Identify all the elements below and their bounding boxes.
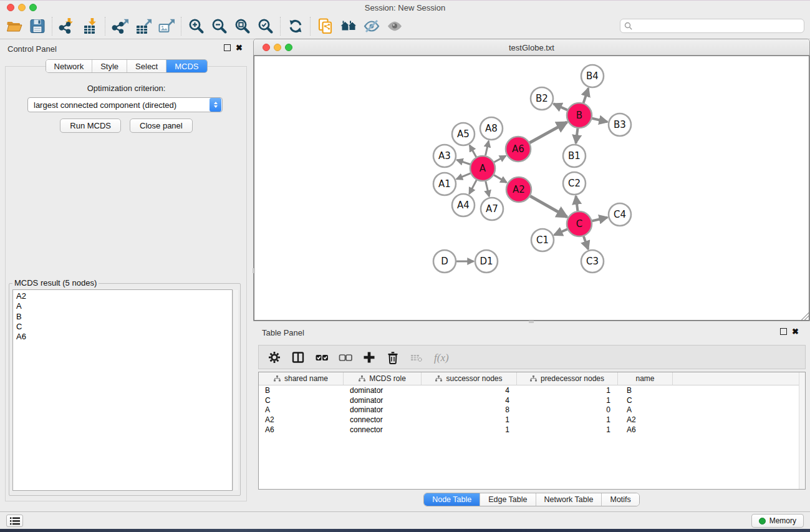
column-header-successor-nodes[interactable]: successor nodes [422, 372, 517, 385]
tab-select[interactable]: Select [127, 60, 166, 72]
edge-C-C2[interactable] [576, 196, 578, 211]
table-cell[interactable]: connector [344, 425, 422, 435]
table-cell[interactable]: 0 [517, 405, 618, 415]
result-list-item[interactable]: C [16, 322, 232, 332]
table-cell[interactable]: A2 [618, 415, 673, 425]
search-box[interactable] [620, 19, 804, 33]
add-row-button[interactable] [362, 350, 376, 365]
zoom-selected-button[interactable] [254, 16, 277, 37]
table-cell[interactable]: B [618, 385, 673, 395]
table-row[interactable]: A2connector11A2 [259, 415, 805, 425]
edge-B-B1[interactable] [576, 128, 578, 143]
open-session-button[interactable] [2, 16, 26, 37]
mcds-result-list[interactable]: A2ABCA6 [12, 289, 233, 491]
table-cell[interactable]: 1 [517, 385, 618, 395]
task-history-button[interactable] [6, 515, 23, 527]
table-cell[interactable]: C [259, 395, 344, 405]
import-table-button[interactable] [79, 16, 102, 37]
table-cell[interactable]: A6 [618, 425, 673, 435]
table-scrollbar[interactable] [799, 372, 805, 489]
tab-edge-table[interactable]: Edge Table [480, 493, 535, 506]
criterion-dropdown[interactable]: largest connected component (directed) [27, 97, 223, 112]
select-all-checkboxes-button[interactable] [315, 350, 329, 365]
vertical-splitter-handle[interactable] [253, 268, 255, 273]
table-row[interactable]: Bdominator41B [259, 385, 805, 395]
tab-network-table[interactable]: Network Table [536, 493, 602, 506]
edge-B-B4[interactable] [584, 88, 589, 103]
tab-style[interactable]: Style [92, 60, 127, 72]
table-cell[interactable]: connector [344, 415, 422, 425]
table-cell[interactable]: A6 [259, 425, 344, 435]
edge-A2-C[interactable] [530, 196, 567, 217]
edge-A-A5[interactable] [470, 145, 476, 157]
result-list-item[interactable]: A [16, 301, 232, 311]
edge-C-C3[interactable] [584, 236, 588, 249]
table-cell[interactable]: 1 [422, 415, 517, 425]
column-header-MCDS-role[interactable]: MCDS role [344, 372, 422, 385]
edge-A-A2[interactable] [494, 175, 506, 183]
table-cell[interactable]: dominator [344, 395, 422, 405]
export-table-button[interactable] [132, 16, 155, 37]
delete-table-button[interactable] [410, 350, 423, 365]
delete-row-button[interactable] [386, 350, 400, 365]
search-input[interactable] [633, 22, 804, 31]
network-graph[interactable]: AA1A2A3A4A5A6A7A8BB1B2B3B4CC1C2C3C4DD1 [254, 56, 809, 320]
table-float-panel-icon[interactable] [780, 328, 787, 335]
edge-C-C1[interactable] [554, 229, 567, 235]
import-network-button[interactable] [55, 16, 79, 37]
table-cell[interactable]: A [618, 405, 673, 415]
table-cell[interactable]: 8 [422, 405, 517, 415]
table-cell[interactable]: dominator [344, 405, 422, 415]
table-row[interactable]: A6connector11A6 [259, 425, 805, 435]
table-cell[interactable]: 1 [517, 415, 618, 425]
edge-A-A3[interactable] [456, 160, 470, 164]
resize-grip-icon[interactable] [801, 312, 809, 320]
export-image-button[interactable] [155, 16, 178, 37]
table-row[interactable]: Cdominator41C [259, 395, 805, 405]
tab-node-table[interactable]: Node Table [424, 493, 480, 506]
result-list-item[interactable]: B [16, 312, 232, 322]
column-header-name[interactable]: name [618, 372, 673, 385]
column-header-predecessor-nodes[interactable]: predecessor nodes [517, 372, 618, 385]
result-scrollbar[interactable] [233, 290, 238, 490]
table-cell[interactable]: A2 [259, 415, 344, 425]
table-row[interactable]: Adominator80A [259, 405, 805, 415]
table-close-panel-icon[interactable]: ✖ [792, 328, 799, 335]
attributes-gear-button[interactable] [268, 350, 281, 365]
zoom-fit-button[interactable] [231, 16, 254, 37]
zoom-out-button[interactable] [208, 16, 231, 37]
edge-B-B3[interactable] [592, 118, 607, 122]
deselect-all-checkboxes-button[interactable] [339, 350, 352, 365]
table-cell[interactable]: 1 [517, 425, 618, 435]
table-cell[interactable]: 1 [517, 395, 618, 405]
column-header-shared-name[interactable]: shared name [259, 372, 344, 385]
tab-motifs[interactable]: Motifs [601, 493, 639, 506]
close-panel-icon[interactable]: ✖ [236, 44, 243, 51]
table-cell[interactable]: 1 [422, 425, 517, 435]
edge-A-A1[interactable] [456, 173, 471, 179]
close-panel-button[interactable]: Close panel [130, 118, 193, 133]
network-window-titlebar[interactable]: testGlobe.txt [254, 39, 809, 56]
table-cell[interactable]: B [259, 385, 344, 395]
panel-columns-button[interactable] [291, 350, 305, 365]
run-mcds-button[interactable]: Run MCDS [60, 118, 121, 133]
edge-A-A8[interactable] [485, 141, 488, 155]
memory-button[interactable]: Memory [751, 514, 804, 528]
tab-mcds[interactable]: MCDS [166, 60, 206, 72]
edge-A-A6[interactable] [494, 156, 506, 162]
table-cell[interactable]: 4 [422, 395, 517, 405]
save-session-button[interactable] [26, 16, 49, 37]
zoom-in-button[interactable] [185, 16, 208, 37]
edge-C-C4[interactable] [592, 218, 607, 221]
network-overview-button[interactable] [314, 16, 337, 37]
edge-A-A7[interactable] [486, 181, 489, 196]
toggle-hide-button[interactable] [360, 16, 383, 37]
edge-A-A4[interactable] [470, 180, 477, 194]
show-all-button[interactable] [383, 16, 406, 37]
table-cell[interactable]: C [618, 395, 673, 405]
table-cell[interactable]: dominator [344, 385, 422, 395]
node-table[interactable]: shared nameMCDS rolesuccessor nodesprede… [258, 372, 806, 490]
function-builder-button[interactable]: f(x) [433, 350, 455, 365]
network-view[interactable]: AA1A2A3A4A5A6A7A8BB1B2B3B4CC1C2C3C4DD1 [254, 56, 809, 321]
table-cell[interactable]: 4 [422, 385, 517, 395]
